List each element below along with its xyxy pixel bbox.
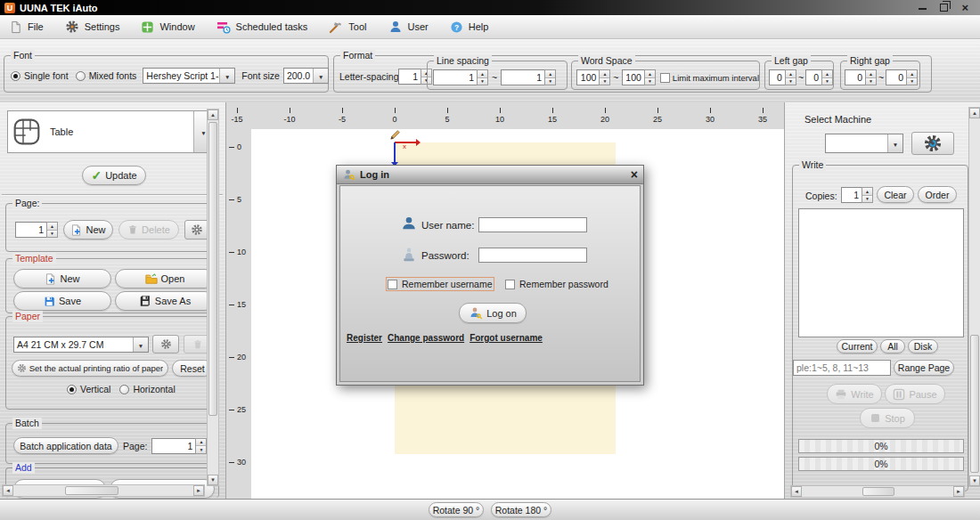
rotate-90-button[interactable]: Rotate 90 ° <box>429 502 484 517</box>
minimize-button[interactable] <box>919 5 927 10</box>
range-input[interactable]: ple:1~5, 8, 11~13 <box>793 360 891 376</box>
spin-up[interactable] <box>47 223 57 230</box>
left-gap-max-spinner[interactable]: 0 <box>805 69 833 85</box>
spin-down[interactable] <box>862 195 872 203</box>
scroll-thumb[interactable] <box>970 335 979 473</box>
remember-username-checkbox[interactable] <box>388 280 397 289</box>
mixed-fonts-radio[interactable] <box>76 71 86 81</box>
batch-application-data-button[interactable]: Batch application data <box>13 437 118 454</box>
spin-down[interactable] <box>907 77 917 85</box>
scroll-left-arrow[interactable]: ◄ <box>791 486 802 497</box>
copies-spinner[interactable]: 1 <box>841 187 873 203</box>
dropdown-arrow-icon[interactable] <box>133 337 148 352</box>
scroll-right-arrow[interactable]: ► <box>193 485 204 496</box>
line-spacing-min-spinner[interactable]: 1 <box>433 69 488 85</box>
scroll-up-arrow[interactable]: ▲ <box>969 108 980 118</box>
delete-page-button[interactable]: Delete <box>118 220 179 240</box>
left-panel-horizontal-scrollbar[interactable]: ◄ ► <box>2 484 205 497</box>
current-button[interactable]: Current <box>837 339 878 353</box>
scroll-down-arrow[interactable]: ▼ <box>208 475 218 485</box>
left-panel-vertical-scrollbar[interactable]: ▲ ▼ <box>207 109 219 486</box>
spin-up[interactable] <box>786 70 796 77</box>
menu-window[interactable]: Window <box>141 20 194 34</box>
order-button[interactable]: Order <box>918 186 957 203</box>
dialog-close-icon[interactable]: × <box>631 168 638 181</box>
paper-size-combo[interactable]: A4 21 CM x 29.7 CM <box>13 337 149 353</box>
machine-combo[interactable] <box>825 134 903 153</box>
spin-down[interactable] <box>645 77 655 85</box>
page-number-spinner[interactable]: 1 <box>15 222 58 238</box>
machine-settings-button[interactable] <box>911 132 954 155</box>
stop-button[interactable]: Stop <box>860 408 915 428</box>
spin-up[interactable] <box>862 188 872 195</box>
spin-up[interactable] <box>545 70 555 77</box>
right-panel-vertical-scrollbar[interactable]: ▲ ▼ <box>968 107 980 487</box>
spin-down[interactable] <box>600 77 609 85</box>
line-spacing-max-spinner[interactable]: 1 <box>501 69 556 85</box>
menu-file[interactable]: File <box>9 20 44 34</box>
spin-down[interactable] <box>478 77 487 85</box>
paper-settings-button[interactable] <box>152 335 179 353</box>
spin-up[interactable] <box>478 70 487 77</box>
word-space-min-spinner[interactable]: 100 <box>576 69 610 85</box>
right-gap-min-spinner[interactable]: 0 <box>845 69 877 85</box>
spin-up[interactable] <box>196 439 206 446</box>
font-size-combo[interactable]: 200.0 <box>283 68 329 84</box>
menu-help[interactable]: ? Help <box>450 20 489 34</box>
write-button[interactable]: Write <box>827 384 882 404</box>
rotate-180-button[interactable]: Rotate 180 ° <box>491 502 551 517</box>
new-page-button[interactable]: New <box>63 220 113 240</box>
spin-up[interactable] <box>600 70 609 77</box>
left-gap-min-spinner[interactable]: 0 <box>769 69 796 85</box>
spin-up[interactable] <box>822 70 832 77</box>
single-font-radio[interactable] <box>11 71 20 81</box>
batch-page-spinner[interactable]: 1 <box>151 438 207 454</box>
word-space-max-spinner[interactable]: 100 <box>622 69 656 85</box>
clear-button[interactable]: Clear <box>877 186 914 203</box>
log-on-button[interactable]: Log on <box>459 303 527 323</box>
restore-button[interactable] <box>940 4 948 12</box>
spin-up[interactable] <box>907 70 917 77</box>
limit-max-interval-checkbox[interactable] <box>660 73 670 83</box>
table-type-selector[interactable]: Table <box>7 110 214 153</box>
disk-button[interactable]: Disk <box>908 339 938 353</box>
template-save-button[interactable]: Save <box>13 291 111 311</box>
page-settings-button[interactable] <box>184 220 209 240</box>
pause-button[interactable]: Pause <box>885 384 945 404</box>
template-new-button[interactable]: New <box>13 269 111 288</box>
register-link[interactable]: Register <box>347 333 382 343</box>
username-input[interactable] <box>478 217 587 232</box>
menu-scheduled-tasks[interactable]: Scheduled tasks <box>216 20 308 34</box>
spin-up[interactable] <box>866 70 876 77</box>
scroll-right-arrow[interactable]: ► <box>953 486 964 497</box>
scroll-thumb[interactable] <box>208 122 217 416</box>
spin-down[interactable] <box>196 445 206 453</box>
right-gap-max-spinner[interactable]: 0 <box>886 69 918 85</box>
vertical-radio[interactable] <box>67 385 77 394</box>
forgot-username-link[interactable]: Forgot username <box>470 333 543 343</box>
login-dialog-titlebar[interactable]: Log in × <box>337 166 643 184</box>
template-open-button[interactable]: Open <box>115 269 215 288</box>
set-print-ratio-button[interactable]: Set the actual printing ratio of paper <box>12 360 168 377</box>
remember-password-checkbox[interactable] <box>505 280 515 289</box>
spin-down[interactable] <box>545 77 555 85</box>
menu-user[interactable]: User <box>388 20 429 34</box>
spin-down[interactable] <box>822 77 832 85</box>
scroll-thumb[interactable] <box>65 486 118 495</box>
update-button[interactable]: ✓ Update <box>82 166 146 185</box>
dropdown-arrow-icon[interactable] <box>313 69 328 83</box>
close-button[interactable]: × <box>961 3 968 12</box>
scroll-up-arrow[interactable]: ▲ <box>208 110 218 120</box>
menu-settings[interactable]: Settings <box>65 20 120 34</box>
dropdown-arrow-icon[interactable] <box>219 69 234 83</box>
spin-down[interactable] <box>47 230 57 238</box>
horizontal-radio[interactable] <box>119 385 129 394</box>
password-input[interactable] <box>478 248 587 263</box>
all-button[interactable]: All <box>880 339 905 353</box>
spin-down[interactable] <box>786 77 796 85</box>
spin-up[interactable] <box>645 70 655 77</box>
write-queue-list[interactable] <box>798 208 964 337</box>
dropdown-arrow-icon[interactable] <box>887 134 902 152</box>
scroll-thumb[interactable] <box>862 487 894 496</box>
range-page-button[interactable]: Range Page <box>894 360 954 376</box>
